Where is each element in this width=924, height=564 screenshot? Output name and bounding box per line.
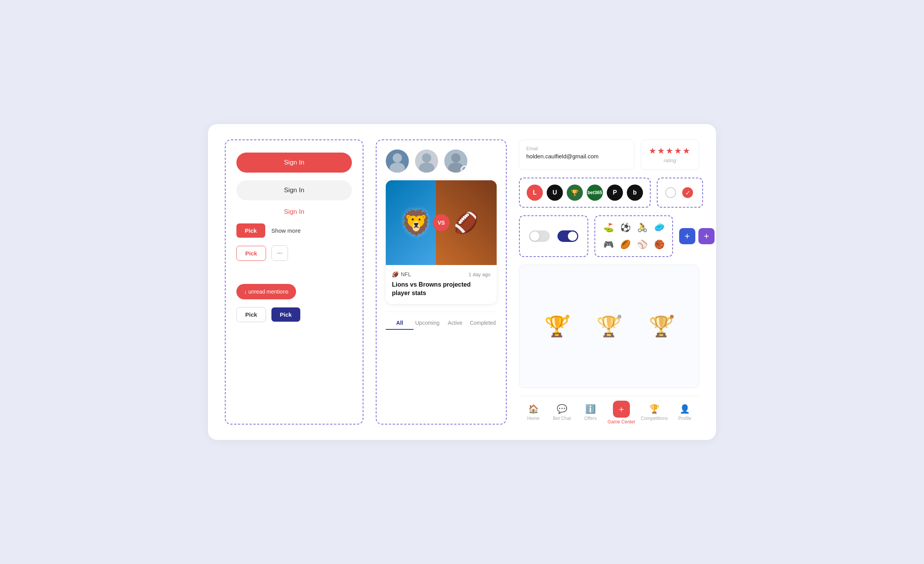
tab-active[interactable]: Active [441, 317, 469, 330]
pick-dark-row: Pick Pick [236, 307, 352, 322]
bookie-b[interactable]: b [627, 185, 643, 201]
radio-unchecked[interactable] [665, 187, 676, 198]
spacer [236, 269, 352, 276]
toggle-box [519, 215, 588, 257]
add-blue-button[interactable]: + [679, 228, 695, 244]
tab-all[interactable]: All [386, 317, 413, 330]
pick-dots-row: Pick ··· [236, 245, 352, 261]
nav-offers[interactable]: ℹ️ Offers [579, 404, 602, 421]
trophy-silver-dot [618, 315, 621, 319]
svg-point-5 [451, 153, 460, 163]
nav-competitions[interactable]: 🏆 Competitions [641, 404, 668, 421]
bookie-U[interactable]: U [547, 185, 563, 201]
signin-outline-button[interactable]: Sign In [236, 180, 352, 200]
competitions-icon: 🏆 [649, 404, 660, 414]
news-panel: 🦁 🏈 VS 🏈 NFL 1 day ago Lions vs Brown [376, 139, 507, 425]
bookmakers-box: L U 🏆 bet365 P b [519, 178, 651, 208]
news-card[interactable]: 🦁 🏈 VS 🏈 NFL 1 day ago Lions vs Brown [386, 180, 497, 304]
sports-grid: ⛳ ⚽ 🚴 🥏 🎮 🏉 ⚾ 🏀 [594, 215, 673, 257]
rating-box: ★★★★★ rating [641, 139, 699, 170]
main-card: Sign In Sign In Sign In Pick Show more P… [208, 124, 716, 440]
svg-point-7 [463, 167, 466, 170]
nav-competitions-label: Competitions [641, 416, 668, 421]
trophy-bronze-icon: 🏆 [649, 315, 674, 338]
betchat-icon: 💬 [557, 404, 567, 414]
pick-dark-button[interactable]: Pick [271, 307, 300, 322]
gamecenter-icon: ＋ [613, 401, 630, 418]
sport-basketball[interactable]: 🏀 [652, 238, 666, 252]
svg-point-3 [422, 153, 431, 163]
trophy-gold-dot [566, 315, 569, 319]
sport-rugby[interactable]: 🏉 [618, 238, 632, 252]
nav-profile[interactable]: 👤 Profile [673, 404, 696, 421]
nav-offers-label: Offers [584, 416, 597, 421]
add-box: + + [679, 215, 715, 257]
nav-home[interactable]: 🏠 Home [522, 404, 545, 421]
avatar-3 [444, 149, 467, 173]
signin-text-button[interactable]: Sign In [236, 208, 352, 216]
avatars-row [386, 149, 497, 173]
svg-point-8 [462, 171, 467, 173]
toggle-off[interactable] [529, 230, 550, 242]
pick-outline-sm-button[interactable]: Pick [236, 307, 266, 322]
sport-golf[interactable]: ⛳ [601, 221, 615, 235]
nav-gamecenter-label: Game Center [608, 419, 635, 425]
signin-panel: Sign In Sign In Sign In Pick Show more P… [225, 139, 363, 425]
toggles-widget: ⛳ ⚽ 🚴 🥏 🎮 🏉 ⚾ 🏀 + + [519, 215, 699, 257]
home-icon: 🏠 [528, 404, 539, 414]
email-box: Email holden.caulfield@gmail.com [519, 139, 634, 170]
svg-point-0 [393, 153, 402, 163]
rating-label: rating [664, 158, 676, 163]
bookie-L[interactable]: L [527, 185, 543, 201]
news-image: 🦁 🏈 VS [386, 180, 497, 265]
news-tabs: All Upcoming Active Completed [386, 312, 497, 330]
nav-gamecenter[interactable]: ＋ Game Center [608, 401, 635, 425]
bottom-nav: 🏠 Home 💬 Bet Chat ℹ️ Offers ＋ Game Cente… [519, 396, 699, 425]
right-panel: Email holden.caulfield@gmail.com ★★★★★ r… [519, 139, 699, 425]
pick-outline-button[interactable]: Pick [236, 246, 266, 261]
news-meta: 🏈 NFL 1 day ago [392, 271, 490, 277]
svg-point-1 [390, 163, 405, 173]
sport-soccer[interactable]: ⚽ [618, 221, 632, 235]
email-value: holden.caulfield@gmail.com [526, 153, 627, 159]
sport-disc[interactable]: 🥏 [652, 221, 666, 235]
nav-betchat-label: Bet Chat [553, 416, 571, 421]
trophy-gold-icon: 🏆 [544, 315, 569, 338]
offers-icon: ℹ️ [585, 404, 596, 414]
email-label: Email [526, 146, 627, 151]
nav-profile-label: Profile [678, 416, 691, 421]
news-title: Lions vs Browns projected player stats [392, 280, 490, 298]
bookie-P[interactable]: P [607, 185, 623, 201]
avatar-1 [386, 149, 409, 173]
nav-betchat[interactable]: 💬 Bet Chat [550, 404, 573, 421]
nav-home-label: Home [527, 416, 539, 421]
bookie-bet365[interactable]: bet365 [587, 185, 603, 201]
stars: ★★★★★ [649, 146, 691, 156]
radio-box: ✓ [657, 178, 703, 208]
add-purple-button[interactable]: + [698, 228, 715, 244]
bookmakers-widget: L U 🏆 bet365 P b ✓ [519, 178, 699, 208]
profile-icon: 👤 [680, 404, 690, 414]
tab-upcoming[interactable]: Upcoming [413, 317, 441, 330]
avatar-2 [415, 149, 438, 173]
toggle-on[interactable] [557, 230, 578, 242]
sport-controller[interactable]: 🎮 [601, 238, 615, 252]
radio-checked[interactable]: ✓ [682, 187, 693, 198]
trophy-gold: 🏆 [544, 315, 569, 338]
trophy-bronze: 🏆 [649, 315, 674, 338]
pick-red-button[interactable]: Pick [236, 223, 265, 238]
vs-badge: VS [433, 214, 450, 231]
sport-cycling[interactable]: 🚴 [635, 221, 649, 235]
signin-filled-button[interactable]: Sign In [236, 153, 352, 173]
dots-button[interactable]: ··· [271, 245, 288, 261]
bookie-G[interactable]: 🏆 [567, 185, 583, 201]
tab-completed[interactable]: Completed [469, 317, 497, 330]
svg-point-4 [419, 163, 434, 173]
trophies-widget: 🏆 🏆 🏆 [519, 265, 699, 388]
unread-mentions-button[interactable]: ↓ unread mentions [236, 284, 296, 299]
news-league: 🏈 NFL [392, 271, 411, 277]
show-more-button[interactable]: Show more [271, 227, 301, 234]
news-time: 1 day ago [469, 272, 490, 277]
sport-baseball[interactable]: ⚾ [635, 238, 649, 252]
pick-showmore-row: Pick Show more [236, 223, 352, 238]
